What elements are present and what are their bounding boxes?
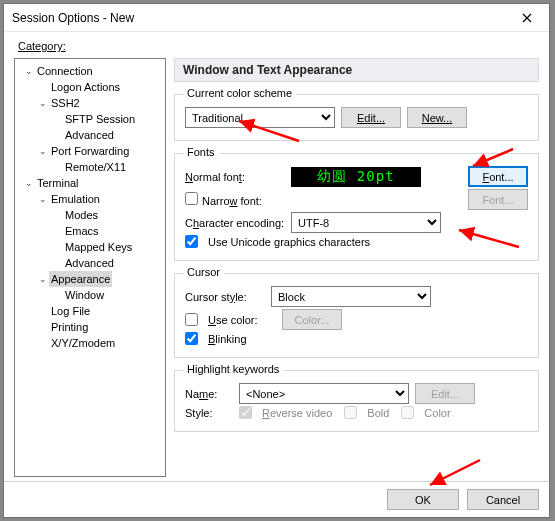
hl-name-label: Name: [185,388,233,400]
encoding-label: Character encoding: [185,217,285,229]
tree-item-emulation[interactable]: ⌄Emulation [17,191,163,207]
category-label: Category: [18,40,539,52]
dialog-footer: OK Cancel [4,481,549,517]
tree-item-printing[interactable]: Printing [17,319,163,335]
unicode-label: Use Unicode graphics characters [208,236,370,248]
hl-color-check [401,406,414,419]
tree-item-ssh2[interactable]: ⌄SSH2 [17,95,163,111]
category-tree[interactable]: ⌄Connection Logon Actions ⌄SSH2 SFTP Ses… [14,58,166,477]
group-highlight: Highlight keywords Name: <None> Edit... … [174,370,539,432]
cursor-style-combo[interactable]: Block [271,286,431,307]
scheme-edit-button[interactable]: Edit... [341,107,401,128]
use-color-check[interactable] [185,313,198,326]
tree-item-logon[interactable]: Logon Actions [17,79,163,95]
tree-item-appearance[interactable]: ⌄Appearance [17,271,163,287]
section-header: Window and Text Appearance [174,58,539,82]
hl-color-label: Color [424,407,450,419]
narrow-font-check[interactable] [185,192,198,205]
narrow-font-label: Narrow font: [185,192,285,207]
cursor-style-label: Cursor style: [185,291,265,303]
use-color-label: Use color: [208,314,276,326]
hl-name-combo[interactable]: <None> [239,383,409,404]
group-title-cursor: Cursor [183,266,224,278]
tree-item-modes[interactable]: Modes [17,207,163,223]
group-cursor: Cursor Cursor style: Block Use color: Co… [174,273,539,358]
blinking-check[interactable] [185,332,198,345]
cursor-color-button: Color... [282,309,342,330]
group-scheme: Current color scheme Traditional Edit...… [174,94,539,141]
cancel-button[interactable]: Cancel [467,489,539,510]
tree-item-portfwd[interactable]: ⌄Port Forwarding [17,143,163,159]
tree-item-mapped[interactable]: Mapped Keys [17,239,163,255]
normal-font-label: Normal font: [185,171,285,183]
group-title-fonts: Fonts [183,146,219,158]
narrow-font-button: Font... [468,189,528,210]
hl-style-label: Style: [185,407,233,419]
hl-reverse-label: Reverse video [262,407,332,419]
dialog-body: Category: ⌄Connection Logon Actions ⌄SSH… [4,32,549,481]
unicode-check[interactable] [185,235,198,248]
window-title: Session Options - New [12,11,505,25]
hl-bold-label: Bold [367,407,389,419]
dialog-window: Session Options - New Category: ⌄Connect… [3,3,550,518]
normal-font-button[interactable]: Font... [468,166,528,187]
hl-edit-button: Edit... [415,383,475,404]
hl-reverse-check [239,406,252,419]
group-title-scheme: Current color scheme [183,87,296,99]
scheme-new-button[interactable]: New... [407,107,467,128]
tree-item-xyz[interactable]: X/Y/Zmodem [17,335,163,351]
columns: ⌄Connection Logon Actions ⌄SSH2 SFTP Ses… [14,58,539,477]
tree-item-terminal[interactable]: ⌄Terminal [17,175,163,191]
group-title-highlight: Highlight keywords [183,363,283,375]
tree-item-logfile[interactable]: Log File [17,303,163,319]
hl-bold-check [344,406,357,419]
ok-button[interactable]: OK [387,489,459,510]
right-panel: Window and Text Appearance Current color… [166,58,539,477]
group-fonts: Fonts Normal font: 幼圆 20pt Font... Narro… [174,153,539,261]
titlebar: Session Options - New [4,4,549,32]
tree-item-connection[interactable]: ⌄Connection [17,63,163,79]
scheme-combo[interactable]: Traditional [185,107,335,128]
tree-item-adv2[interactable]: Advanced [17,255,163,271]
tree-item-sftp[interactable]: SFTP Session [17,111,163,127]
close-icon[interactable] [505,4,549,31]
blinking-label: Blinking [208,333,247,345]
tree-item-adv1[interactable]: Advanced [17,127,163,143]
tree-item-emacs[interactable]: Emacs [17,223,163,239]
tree-item-remotex11[interactable]: Remote/X11 [17,159,163,175]
tree-item-window[interactable]: Window [17,287,163,303]
font-preview: 幼圆 20pt [291,167,421,187]
encoding-combo[interactable]: UTF-8 [291,212,441,233]
